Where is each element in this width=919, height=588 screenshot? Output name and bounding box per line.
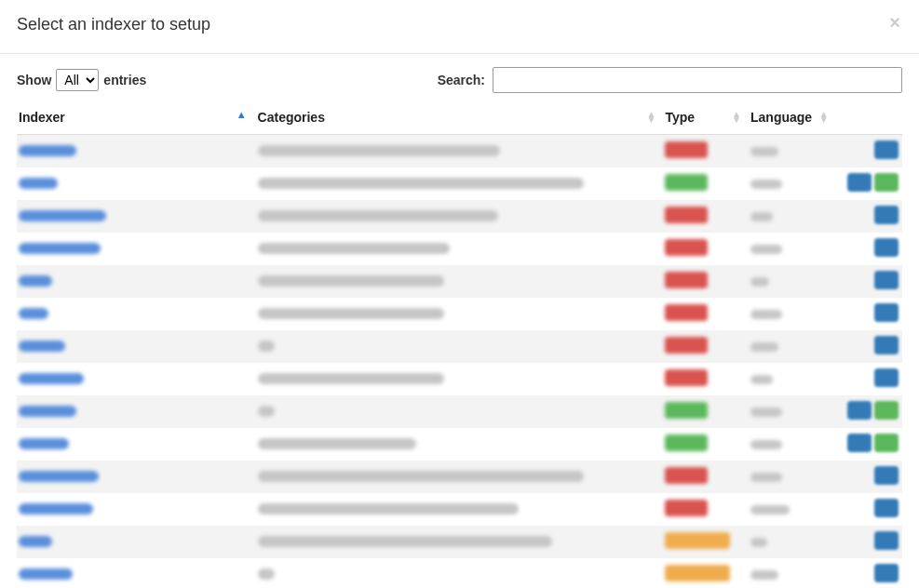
indexer-cell[interactable] xyxy=(17,395,256,428)
indexer-link[interactable] xyxy=(19,275,52,287)
categories-text xyxy=(258,275,444,287)
indexer-link[interactable] xyxy=(19,568,73,580)
add-indexer-button[interactable] xyxy=(874,206,899,224)
entries-label: entries xyxy=(103,73,146,87)
categories-text xyxy=(258,471,584,482)
categories-text xyxy=(258,373,444,384)
language-text xyxy=(750,505,790,514)
type-cell xyxy=(663,558,749,588)
secondary-action-button[interactable] xyxy=(874,434,899,452)
add-indexer-button[interactable] xyxy=(874,531,899,550)
actions-cell xyxy=(836,395,902,428)
type-cell xyxy=(663,461,749,493)
type-badge xyxy=(665,434,708,451)
categories-text xyxy=(258,308,444,319)
categories-text xyxy=(258,341,275,352)
language-text xyxy=(750,277,769,287)
language-cell xyxy=(749,428,836,461)
add-indexer-button[interactable] xyxy=(874,368,899,387)
type-cell xyxy=(663,135,749,168)
language-text xyxy=(750,342,778,352)
indexer-link[interactable] xyxy=(19,536,52,547)
indexer-cell[interactable] xyxy=(17,265,256,298)
indexer-cell[interactable] xyxy=(17,298,256,330)
add-indexer-button[interactable] xyxy=(847,401,872,420)
indexer-link[interactable] xyxy=(19,243,101,254)
indexer-cell[interactable] xyxy=(17,167,256,200)
col-header-type[interactable]: Type ▲▼ xyxy=(663,102,749,135)
categories-text xyxy=(258,503,519,514)
add-indexer-button[interactable] xyxy=(874,336,899,354)
indexer-cell[interactable] xyxy=(17,558,256,588)
type-badge xyxy=(665,304,708,321)
indexer-cell[interactable] xyxy=(17,526,256,558)
indexer-link[interactable] xyxy=(19,471,99,482)
table-row xyxy=(17,298,902,330)
add-indexer-button[interactable] xyxy=(874,564,899,582)
indexer-cell[interactable] xyxy=(17,135,256,168)
indexer-cell[interactable] xyxy=(17,200,256,233)
add-indexer-button[interactable] xyxy=(874,271,899,289)
add-indexer-button[interactable] xyxy=(874,303,899,322)
search-input[interactable] xyxy=(493,67,902,93)
add-indexer-button[interactable] xyxy=(874,238,899,257)
indexer-cell[interactable] xyxy=(17,461,256,493)
col-header-language[interactable]: Language ▲▼ xyxy=(749,102,836,135)
table-row xyxy=(17,526,902,558)
add-indexer-button[interactable] xyxy=(847,434,872,452)
indexer-link[interactable] xyxy=(19,210,106,221)
actions-cell xyxy=(836,526,902,558)
close-icon[interactable]: × xyxy=(889,13,900,32)
type-badge xyxy=(665,467,708,484)
indexer-link[interactable] xyxy=(19,438,69,449)
indexer-cell[interactable] xyxy=(17,428,256,461)
col-header-indexer[interactable]: Indexer ▲ xyxy=(17,102,256,135)
categories-text xyxy=(258,145,500,156)
actions-cell xyxy=(836,265,902,298)
type-cell xyxy=(663,493,749,526)
language-cell xyxy=(749,298,836,330)
table-row xyxy=(17,200,902,233)
indexer-link[interactable] xyxy=(19,503,93,514)
table-row xyxy=(17,265,902,298)
col-header-categories[interactable]: Categories ▲▼ xyxy=(256,102,664,135)
add-indexer-button[interactable] xyxy=(874,140,899,159)
secondary-action-button[interactable] xyxy=(874,173,899,192)
type-cell xyxy=(663,428,749,461)
language-text xyxy=(750,310,782,319)
categories-cell xyxy=(256,167,664,200)
add-indexer-button[interactable] xyxy=(874,466,899,485)
length-control: Show All entries xyxy=(17,69,146,91)
categories-cell xyxy=(256,265,664,298)
indexer-cell[interactable] xyxy=(17,363,256,395)
indexer-link[interactable] xyxy=(19,308,48,319)
language-cell xyxy=(749,526,836,558)
type-badge xyxy=(665,402,708,419)
length-select[interactable]: All xyxy=(56,69,99,91)
language-text xyxy=(750,440,782,449)
categories-cell xyxy=(256,395,664,428)
modal-body: Show All entries Search: Indexer xyxy=(0,54,919,588)
categories-text xyxy=(258,210,498,221)
categories-text xyxy=(258,438,416,449)
categories-cell xyxy=(256,135,664,168)
actions-cell xyxy=(836,330,902,363)
add-indexer-button[interactable] xyxy=(847,173,872,192)
indexer-cell[interactable] xyxy=(17,233,256,265)
table-row xyxy=(17,233,902,265)
indexer-link[interactable] xyxy=(19,373,84,384)
categories-cell xyxy=(256,200,664,233)
indexer-link[interactable] xyxy=(19,341,65,352)
sort-asc-icon: ▲ xyxy=(237,110,247,120)
add-indexer-button[interactable] xyxy=(874,499,899,517)
categories-text xyxy=(258,406,275,417)
secondary-action-button[interactable] xyxy=(874,401,899,420)
indexer-link[interactable] xyxy=(19,145,76,156)
indexer-cell[interactable] xyxy=(17,493,256,526)
table-row xyxy=(17,167,902,200)
categories-text xyxy=(258,536,552,547)
indexer-cell[interactable] xyxy=(17,330,256,363)
indexer-link[interactable] xyxy=(19,406,76,417)
indexer-link[interactable] xyxy=(19,178,58,189)
language-text xyxy=(750,212,773,221)
